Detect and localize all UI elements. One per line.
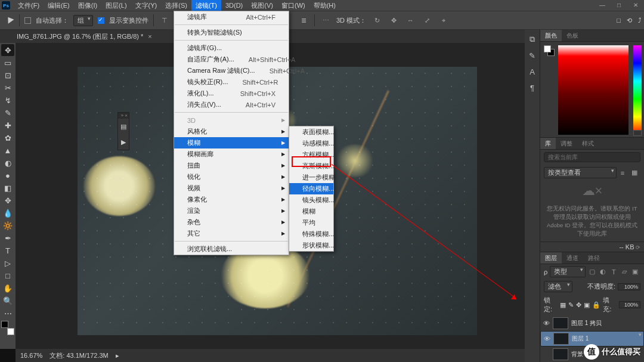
color-field[interactable] — [558, 45, 628, 135]
blend-mode-select[interactable]: 滤色 — [544, 281, 572, 292]
filter-pixel-icon[interactable]: ▢ — [588, 268, 596, 276]
layer-thumbnail[interactable] — [553, 333, 569, 345]
menu-item[interactable]: 液化(L)...Shift+Ctrl+X — [174, 88, 289, 99]
pen-tool[interactable]: ✒ — [1, 232, 14, 244]
brush-presets-icon[interactable]: ⧉ — [530, 35, 535, 44]
zoom-level[interactable]: 16.67% — [20, 352, 42, 359]
artboard-tool[interactable]: ⊡ — [1, 69, 14, 81]
tab-adjustments[interactable]: 调整 — [556, 138, 577, 149]
submenu-item[interactable]: 高斯模糊... — [289, 160, 333, 172]
tab-layers[interactable]: 图层 — [540, 252, 562, 264]
menu-item[interactable]: 消失点(V)...Alt+Ctrl+V — [174, 99, 289, 110]
menu-item[interactable]: 风格化 — [174, 126, 289, 137]
opacity-value[interactable]: 100% — [618, 283, 640, 290]
menu-filter[interactable]: 滤镜(T) — [191, 0, 221, 11]
submenu-item[interactable]: 平均 — [289, 217, 333, 228]
menu-item[interactable]: 杂色 — [174, 216, 289, 228]
paragraph-panel-icon[interactable]: ¶ — [530, 83, 534, 92]
show-transform-checkbox[interactable] — [98, 17, 104, 24]
submenu-item[interactable]: 特殊模糊... — [289, 228, 333, 240]
submenu-item[interactable]: 镜头模糊... — [289, 194, 333, 206]
character-panel-icon[interactable]: A — [530, 67, 535, 76]
window-maximize[interactable]: □ — [611, 0, 627, 11]
layer-name[interactable]: 图层 1 拷贝 — [571, 319, 602, 327]
visibility-toggle[interactable]: 👁 — [543, 335, 550, 342]
lock-artboard-icon[interactable]: ▣ — [584, 301, 590, 309]
type-tool[interactable]: T — [1, 245, 14, 256]
edit-toolbar[interactable]: ⋯ — [1, 307, 14, 319]
lock-position-icon[interactable]: ✥ — [576, 301, 581, 309]
crop-tool[interactable]: ✎ — [1, 107, 14, 119]
menu-item[interactable]: 扭曲 — [174, 160, 289, 171]
submenu-item[interactable]: 动感模糊... — [289, 138, 333, 149]
menu-item[interactable]: 滤镜库Alt+Ctrl+F — [174, 11, 289, 23]
eraser-tool[interactable]: ◧ — [1, 182, 14, 194]
menu-item[interactable]: 滤镜库(G)... — [174, 42, 289, 54]
hand-tool[interactable]: ✋ — [1, 282, 14, 294]
filter-smart-icon[interactable]: ▣ — [631, 268, 639, 276]
hue-slider[interactable] — [633, 45, 642, 135]
menu-image[interactable]: 图像(I) — [74, 0, 101, 11]
close-tab-icon[interactable]: × — [148, 33, 151, 40]
submenu-item[interactable]: 模糊 — [289, 206, 333, 217]
healing-tool[interactable]: ✿ — [1, 132, 14, 144]
menu-select[interactable]: 选择(S) — [161, 0, 191, 11]
brush-tool[interactable]: ▲ — [1, 144, 14, 156]
layer-thumbnail[interactable] — [553, 317, 568, 329]
submenu-item[interactable]: 进一步模糊 — [289, 172, 333, 183]
color-mode-icon[interactable] — [633, 130, 642, 136]
3d-orbit-icon[interactable]: ↻ — [371, 15, 383, 26]
actions-panel-icon[interactable]: ▶ — [118, 134, 129, 150]
visibility-toggle[interactable]: 👁 — [543, 320, 550, 327]
menu-item[interactable]: 自适应广角(A)...Alt+Shift+Ctrl+A — [174, 54, 289, 65]
menu-item[interactable]: 像素化 — [174, 194, 289, 205]
tab-libraries[interactable]: 库 — [540, 138, 556, 149]
tab-styles[interactable]: 样式 — [577, 138, 599, 149]
menu-item[interactable]: 锐化 — [174, 171, 289, 182]
filter-adjust-icon[interactable]: ◐ — [599, 268, 607, 276]
window-minimize[interactable]: — — [594, 0, 611, 11]
submenu-item[interactable]: 形状模糊... — [289, 240, 333, 251]
menu-3d[interactable]: 3D(D) — [221, 0, 247, 11]
collapsed-panel-strip[interactable]: » × ▤ ▶ — [117, 112, 129, 150]
zoom-tool[interactable]: 🔍 — [1, 295, 14, 307]
stamp-tool[interactable]: ◐ — [1, 157, 14, 169]
menu-type[interactable]: 文字(Y) — [131, 0, 162, 11]
menu-help[interactable]: 帮助(H) — [309, 0, 340, 11]
submenu-item[interactable]: 方框模糊... — [289, 149, 333, 160]
auto-select-target[interactable]: 组 — [73, 15, 93, 26]
eyedropper-tool[interactable]: ✚ — [1, 119, 14, 131]
tab-channels[interactable]: 通道 — [562, 252, 583, 264]
filter-shape-icon[interactable]: ▱ — [620, 268, 628, 276]
share-icon[interactable]: ⤴ — [638, 17, 642, 24]
layer-name[interactable]: 图层 1 — [572, 335, 589, 343]
shape-tool[interactable]: □ — [1, 270, 14, 281]
gradient-tool[interactable]: ✥ — [1, 194, 14, 206]
filter-type-icon[interactable]: T — [609, 268, 618, 276]
sync-icon[interactable]: ⟲ — [627, 17, 632, 24]
history-brush-tool[interactable]: ● — [1, 169, 14, 181]
distribute-icon[interactable]: ≣ — [298, 15, 309, 26]
workspace-icon[interactable]: □ — [617, 17, 621, 24]
tab-swatches[interactable]: 色板 — [562, 30, 583, 41]
menu-item[interactable]: 模糊画廊 — [174, 148, 289, 160]
menu-layer[interactable]: 图层(L) — [101, 0, 131, 11]
fg-bg-swatch[interactable] — [1, 321, 14, 335]
menu-view[interactable]: 视图(V) — [247, 0, 277, 11]
marquee-tool[interactable]: ▭ — [1, 57, 14, 69]
layer-filter-kind[interactable]: 类型 — [550, 266, 586, 277]
overflow-icon[interactable]: ⋯ — [320, 15, 332, 26]
menu-item[interactable]: 浏览联机滤镜... — [174, 243, 289, 255]
history-panel-icon[interactable]: ▤ — [118, 119, 129, 134]
menu-item[interactable]: Camera Raw 滤镜(C)...Shift+Ctrl+A — [174, 65, 289, 76]
menu-item[interactable]: 视频 — [174, 182, 289, 194]
move-tool[interactable]: ✥ — [1, 44, 14, 56]
blur-tool[interactable]: 💧 — [1, 207, 14, 219]
menu-file[interactable]: 文件(F) — [14, 0, 44, 11]
tab-paths[interactable]: 路径 — [583, 252, 605, 264]
path-select-tool[interactable]: ▷ — [1, 257, 14, 269]
menu-item[interactable]: 渲染 — [174, 205, 289, 216]
layer-row[interactable]: 👁 图层 1 拷贝 — [540, 315, 644, 331]
submenu-item[interactable]: 径向模糊... — [289, 183, 333, 194]
layer-thumbnail[interactable] — [553, 348, 568, 360]
